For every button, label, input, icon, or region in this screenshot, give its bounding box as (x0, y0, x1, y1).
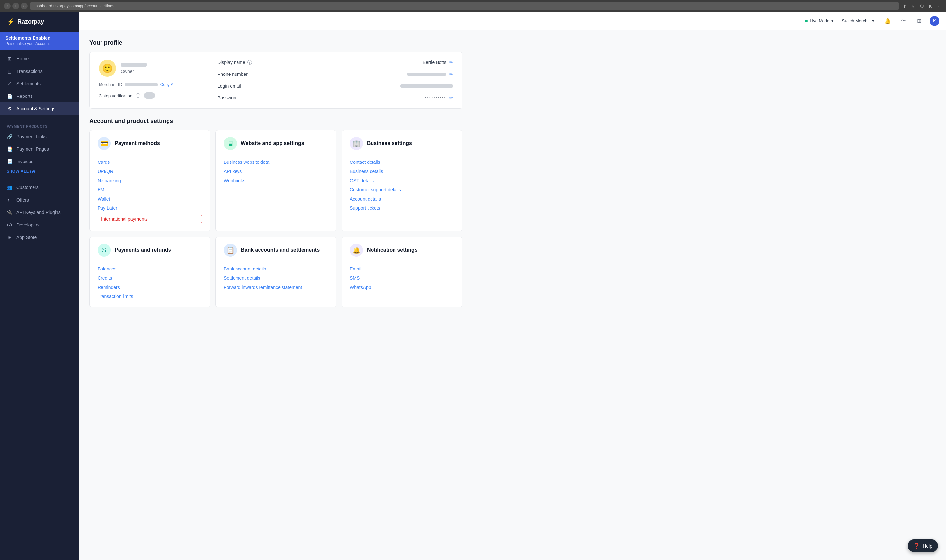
sidebar-item-api-keys[interactable]: 🔌 API Keys and Plugins (0, 206, 79, 218)
copy-button[interactable]: Copy ⎘ (160, 82, 173, 87)
menu-icon[interactable]: ⋮ (935, 3, 942, 9)
password-value: •••••••••• ✏ (425, 95, 453, 100)
sidebar-item-account-settings[interactable]: ⚙ Account & Settings (0, 102, 79, 115)
settings-link-sms-notif[interactable]: SMS (350, 275, 454, 281)
live-mode-selector[interactable]: Live Mode ▾ (805, 18, 834, 23)
back-button[interactable]: ‹ (4, 3, 11, 9)
activity-icon[interactable]: 〜 (898, 16, 909, 26)
forward-button[interactable]: › (12, 3, 19, 9)
sidebar-item-label: Reports (17, 94, 32, 99)
share-icon[interactable]: ⬆ (901, 3, 908, 9)
copy-icon: ⎘ (171, 82, 173, 87)
sidebar-divider-1 (0, 117, 79, 117)
business-settings-icon: 🏢 (350, 137, 363, 150)
password-edit-icon[interactable]: ✏ (449, 95, 453, 100)
sidebar-item-reports[interactable]: 📄 Reports (0, 90, 79, 102)
browser-chrome: ‹ › ↻ dashboard.razorpay.com/app/account… (0, 0, 946, 12)
sidebar: ⚡ Razorpay Settlements Enabled Personali… (0, 12, 79, 560)
settings-card-header-payment-methods: 💳 Payment methods (97, 137, 202, 154)
settings-grid: 💳 Payment methods CardsUPI/QRNetbankingE… (89, 130, 462, 307)
password-dots: •••••••••• (425, 96, 447, 100)
email-label: Login email (217, 83, 241, 89)
profile-divider (204, 60, 204, 100)
settings-link-contact-details[interactable]: Contact details (350, 160, 454, 165)
profile-left: 🙂 Owner Merchant ID Copy ⎘ (99, 60, 191, 100)
sidebar-item-payment-pages[interactable]: 📑 Payment Pages (0, 143, 79, 155)
settings-link-international-payments[interactable]: International payments (97, 215, 202, 223)
sidebar-item-label: Payment Links (17, 134, 47, 139)
settings-link-support-tickets[interactable]: Support tickets (350, 206, 454, 211)
switch-merchant-button[interactable]: Switch Merch... ▾ (839, 17, 877, 25)
display-name-edit-icon[interactable]: ✏ (449, 60, 453, 65)
reload-button[interactable]: ↻ (21, 3, 28, 9)
settings-link-cards[interactable]: Cards (97, 160, 202, 165)
main-content: Your profile 🙂 Owner Merchant ID (79, 30, 946, 560)
settings-link-wallet[interactable]: Wallet (97, 196, 202, 202)
settings-link-api-keys[interactable]: API keys (224, 169, 328, 174)
verification-info-icon[interactable]: i (136, 93, 140, 98)
api-keys-icon: 🔌 (6, 209, 12, 215)
business-settings-title: Business settings (367, 140, 412, 146)
sidebar-item-settlements[interactable]: ✓ Settlements (0, 77, 79, 90)
logo[interactable]: ⚡ Razorpay (0, 12, 79, 32)
settings-link-webhooks[interactable]: Webhooks (224, 178, 328, 183)
settings-link-pay-later[interactable]: Pay Later (97, 206, 202, 211)
sidebar-divider-2 (0, 179, 79, 179)
extension-icon[interactable]: ⬡ (918, 3, 925, 9)
grid-icon[interactable]: ⊞ (914, 16, 924, 26)
settings-link-business-website[interactable]: Business website detail (224, 160, 328, 165)
settings-card-header-bank-accounts: 📋 Bank accounts and settlements (224, 243, 328, 261)
show-all-button[interactable]: SHOW ALL (9) (0, 168, 79, 177)
settings-link-email-notif[interactable]: Email (350, 266, 454, 271)
settings-link-transaction-limits[interactable]: Transaction limits (97, 294, 202, 299)
settings-card-notification-settings: 🔔 Notification settings EmailSMSWhatsApp (342, 237, 462, 307)
settings-link-forward-inwards[interactable]: Forward inwards remittance statement (224, 285, 328, 290)
email-field: Login email (217, 83, 453, 89)
settings-link-emi[interactable]: EMI (97, 187, 202, 192)
sidebar-item-transactions[interactable]: ◱ Transactions (0, 65, 79, 77)
settings-link-whatsapp-notif[interactable]: WhatsApp (350, 285, 454, 290)
live-dot (805, 20, 808, 22)
settings-link-business-details[interactable]: Business details (350, 169, 454, 174)
settings-link-customer-support[interactable]: Customer support details (350, 187, 454, 192)
payments-refunds-icon: $ (97, 243, 111, 257)
phone-edit-icon[interactable]: ✏ (449, 72, 453, 77)
help-button[interactable]: ❓ Help (907, 539, 938, 552)
profile-merchant-row: Merchant ID Copy ⎘ (99, 82, 191, 87)
payment-methods-icon: 💳 (97, 137, 111, 150)
settings-link-balances[interactable]: Balances (97, 266, 202, 271)
settings-link-reminders[interactable]: Reminders (97, 285, 202, 290)
settlements-banner[interactable]: Settlements Enabled Personalise your Acc… (0, 32, 79, 50)
profile-icon[interactable]: K (927, 3, 934, 9)
sidebar-item-label: API Keys and Plugins (17, 210, 61, 215)
notifications-icon[interactable]: 🔔 (882, 16, 893, 26)
address-bar[interactable]: dashboard.razorpay.com/app/account-setti… (30, 2, 899, 10)
profile-role: Owner (120, 69, 147, 74)
url-text: dashboard.razorpay.com/app/account-setti… (34, 4, 114, 8)
sidebar-item-offers[interactable]: 🏷 Offers (0, 194, 79, 206)
profile-name-placeholder (120, 63, 147, 67)
user-avatar[interactable]: K (929, 16, 940, 26)
settings-card-business-settings: 🏢 Business settings Contact detailsBusin… (342, 130, 462, 231)
settings-link-settlement-details[interactable]: Settlement details (224, 275, 328, 281)
settings-link-netbanking[interactable]: Netbanking (97, 178, 202, 183)
settings-link-bank-account-details[interactable]: Bank account details (224, 266, 328, 271)
sidebar-item-invoices[interactable]: 📃 Invoices (0, 155, 79, 168)
invoices-icon: 📃 (6, 158, 12, 165)
settings-link-account-details[interactable]: Account details (350, 196, 454, 202)
sidebar-item-app-store[interactable]: ⊞ App Store (0, 231, 79, 243)
star-icon[interactable]: ☆ (910, 3, 917, 9)
sidebar-item-payment-links[interactable]: 🔗 Payment Links (0, 130, 79, 143)
settings-link-gst-details[interactable]: GST details (350, 178, 454, 183)
sidebar-item-customers[interactable]: 👥 Customers (0, 181, 79, 194)
display-name-info-icon[interactable]: i (247, 60, 252, 65)
customers-icon: 👥 (6, 185, 12, 191)
settings-link-credits[interactable]: Credits (97, 275, 202, 281)
settings-card-header-notification-settings: 🔔 Notification settings (350, 243, 454, 261)
website-app-settings-title: Website and app settings (241, 140, 304, 146)
settings-link-upi-qr[interactable]: UPI/QR (97, 169, 202, 174)
sidebar-item-developers[interactable]: </> Developers (0, 218, 79, 231)
sidebar-item-home[interactable]: ⊞ Home (0, 52, 79, 65)
developers-icon: </> (6, 222, 12, 228)
verification-toggle[interactable] (143, 92, 156, 99)
